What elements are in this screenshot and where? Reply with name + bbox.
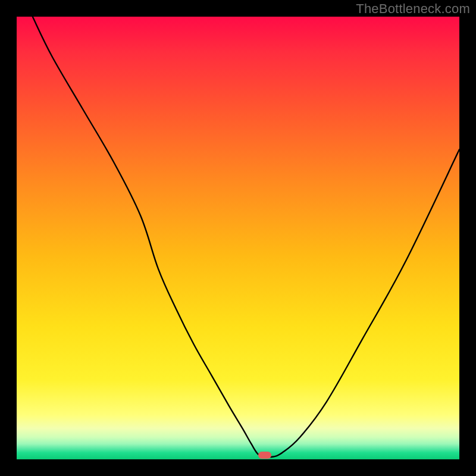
- optimal-point-marker: [258, 452, 271, 459]
- watermark-text: TheBottleneck.com: [356, 1, 470, 17]
- chart-frame: TheBottleneck.com: [0, 0, 476, 476]
- bottleneck-curve: [33, 17, 459, 457]
- curve-layer: [17, 17, 459, 459]
